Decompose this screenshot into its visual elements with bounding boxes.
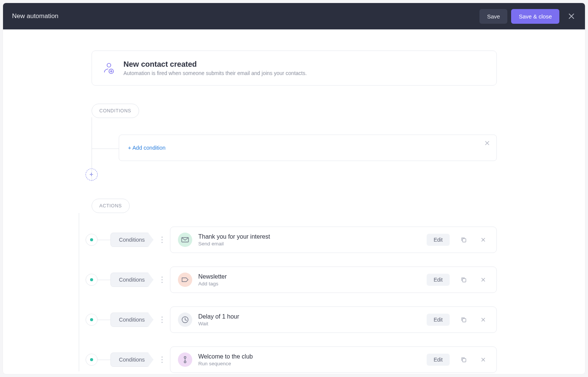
edit-action-button[interactable]: Edit [427, 354, 449, 366]
drag-handle-icon[interactable] [159, 276, 165, 284]
connector-line [92, 117, 92, 181]
svg-point-0 [107, 63, 111, 67]
add-condition-link[interactable]: + Add condition [128, 145, 166, 151]
svg-point-15 [161, 359, 162, 360]
connector-line [98, 360, 110, 360]
connector-line [98, 240, 110, 240]
action-row: Conditions Delay of 1 hour Wait Edit [104, 307, 497, 333]
svg-point-8 [161, 282, 162, 283]
action-card[interactable]: Welcome to the club Run sequence Edit [170, 346, 496, 373]
action-title: Delay of 1 hour [198, 313, 421, 320]
svg-point-6 [161, 276, 162, 277]
svg-point-11 [161, 319, 162, 320]
edit-action-button[interactable]: Edit [427, 274, 449, 286]
header-bar: New automation Save Save & close [3, 3, 585, 29]
duplicate-action-icon[interactable] [458, 234, 469, 245]
action-card[interactable]: Thank you for your interest Send email E… [170, 227, 496, 253]
actions-section-chip: ACTIONS [92, 199, 130, 213]
action-conditions-button[interactable]: Conditions [110, 233, 154, 247]
action-node-dot [86, 314, 98, 326]
svg-point-7 [161, 279, 162, 280]
action-row: Conditions Thank you for your interest S… [104, 227, 497, 253]
svg-point-14 [161, 356, 162, 357]
mail-icon [178, 233, 192, 247]
drag-handle-icon[interactable] [159, 356, 165, 363]
svg-rect-5 [462, 239, 466, 242]
duplicate-action-icon[interactable] [458, 354, 469, 365]
conditions-block: + Add condition + [104, 118, 497, 181]
person-add-icon [103, 62, 115, 75]
svg-point-2 [161, 236, 162, 238]
action-subtitle: Add tags [198, 281, 421, 287]
svg-point-4 [161, 242, 162, 243]
action-title: Welcome to the club [198, 353, 421, 360]
svg-rect-9 [462, 279, 466, 282]
svg-rect-13 [462, 319, 466, 322]
action-title: Newsletter [198, 273, 421, 280]
clock-icon [178, 313, 192, 327]
svg-point-16 [161, 362, 162, 363]
svg-point-12 [161, 322, 162, 323]
tag-icon [178, 273, 192, 287]
svg-point-10 [161, 316, 162, 317]
conditions-section: CONDITIONS + Add condition + [92, 104, 497, 181]
remove-action-icon[interactable] [478, 274, 489, 285]
drag-handle-icon[interactable] [159, 316, 165, 323]
action-node-dot [86, 234, 98, 246]
connector-line [98, 320, 110, 320]
svg-point-3 [161, 239, 162, 240]
action-conditions-button[interactable]: Conditions [110, 313, 154, 327]
connector-line [79, 213, 79, 371]
action-subtitle: Wait [198, 321, 421, 326]
trigger-title: New contact created [124, 60, 307, 69]
actions-section: ACTIONS Conditions Thank you for your in… [92, 199, 497, 374]
remove-action-icon[interactable] [478, 354, 489, 365]
action-title: Thank you for your interest [198, 233, 421, 240]
connector-line [98, 280, 110, 280]
trigger-card[interactable]: New contact created Automation is fired … [92, 51, 497, 86]
connector-line [92, 149, 119, 149]
trigger-description: Automation is fired when someone submits… [124, 70, 307, 76]
automation-builder: New automation Save Save & close New con… [3, 3, 585, 374]
action-node-dot [86, 354, 98, 366]
sequence-icon [178, 352, 192, 367]
duplicate-action-icon[interactable] [458, 274, 469, 285]
remove-action-icon[interactable] [478, 314, 489, 325]
action-node-dot [86, 274, 98, 286]
remove-action-icon[interactable] [478, 234, 489, 245]
action-subtitle: Run sequence [198, 361, 421, 366]
remove-condition-icon[interactable] [485, 140, 490, 147]
action-conditions-button[interactable]: Conditions [110, 352, 154, 367]
save-and-close-button[interactable]: Save & close [511, 9, 559, 24]
svg-rect-17 [462, 359, 466, 362]
action-row: Conditions Newsletter Add tags Edit [104, 267, 497, 293]
action-row: Conditions Welcome to the club Run seque… [104, 346, 497, 373]
duplicate-action-icon[interactable] [458, 314, 469, 325]
conditions-section-chip: CONDITIONS [92, 104, 139, 118]
edit-action-button[interactable]: Edit [427, 234, 449, 246]
action-card[interactable]: Delay of 1 hour Wait Edit [170, 307, 496, 333]
drag-handle-icon[interactable] [159, 236, 165, 244]
save-button[interactable]: Save [479, 9, 507, 24]
page-title: New automation [12, 12, 479, 20]
action-card[interactable]: Newsletter Add tags Edit [170, 267, 496, 293]
close-icon[interactable] [565, 9, 578, 23]
action-conditions-button[interactable]: Conditions [110, 273, 154, 287]
condition-card: + Add condition [119, 135, 497, 161]
action-subtitle: Send email [198, 241, 421, 247]
builder-content: New contact created Automation is fired … [3, 29, 585, 374]
edit-action-button[interactable]: Edit [427, 314, 449, 326]
